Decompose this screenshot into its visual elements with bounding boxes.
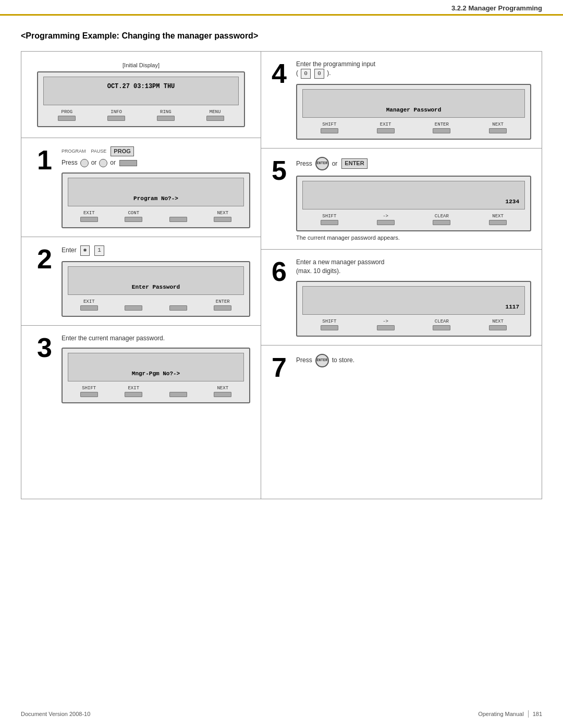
- step1-screen-text: Program No?->: [74, 195, 238, 202]
- step4-next-btn: [489, 128, 507, 133]
- step6-softkey-row: SHIFT -> CLEAR: [302, 319, 525, 330]
- step2-screen: Enter Password: [68, 266, 244, 295]
- step-7-content: Press ENTER to store.: [296, 354, 531, 373]
- step1-press: Press: [62, 158, 78, 167]
- step3-next-label: NEXT: [217, 386, 228, 391]
- step2-exit-btn: [80, 305, 98, 311]
- step1-cont-label: CONT: [128, 211, 139, 216]
- initial-softkey-row: PROG INFO RING MENU: [43, 109, 239, 121]
- step2-empty1-btn: [125, 305, 142, 311]
- step5-clear-label: CLEAR: [435, 214, 449, 219]
- footer-page: 181: [533, 711, 542, 717]
- step6-arrow-label: ->: [383, 319, 388, 324]
- step5-or-text: or: [332, 159, 338, 168]
- step2-exit-label: EXIT: [83, 299, 95, 304]
- initial-screen: OCT.27 03:13PM THU: [43, 77, 239, 105]
- step-1-desc: PROGRAM PAUSE PROG Press or or: [62, 146, 250, 167]
- step1-prog-key: PROG: [111, 146, 133, 156]
- step-3-number: 3: [37, 334, 55, 361]
- step2-softkey-enter: ENTER: [214, 299, 231, 311]
- step4-enter-label: ENTER: [435, 122, 449, 127]
- step5-softkey-shift: SHIFT: [321, 214, 338, 225]
- step2-empty2-btn: [169, 305, 187, 311]
- step-6-content: Enter a new manager password(max. 10 dig…: [296, 258, 531, 337]
- main-content: <Programming Example: Changing the manag…: [0, 16, 563, 520]
- step-2-content: Enter ✱ 1 Enter Password EXIT: [62, 245, 250, 316]
- softkey-info-btn: [107, 116, 125, 121]
- step1-exit-label: EXIT: [83, 211, 95, 216]
- step1-exit-btn: [80, 217, 98, 222]
- step4-softkey-next: NEXT: [489, 122, 507, 133]
- footer-divider: [528, 710, 529, 718]
- step3-softkey-empty: [169, 386, 187, 397]
- step-3-content: Enter the current manager password. Mngr…: [62, 334, 250, 404]
- step-2-desc: Enter ✱ 1: [62, 245, 250, 255]
- softkey-prog-label: PROG: [62, 109, 73, 115]
- step1-softkey-row: EXIT CONT: [68, 211, 244, 222]
- step-5-content: Press ENTER or ENTER 1234 SHIFT: [296, 157, 531, 241]
- step5-screen: 1234: [302, 181, 525, 209]
- step6-screen-text: 1117: [308, 304, 519, 310]
- step-2-section: 2 Enter ✱ 1 Enter Password: [21, 237, 261, 325]
- initial-display-section: [Initial Display] OCT.27 03:13PM THU PRO…: [21, 52, 261, 138]
- footer: Document Version 2008-10 Operating Manua…: [21, 710, 542, 718]
- step2-softkey-exit: EXIT: [80, 299, 98, 311]
- step1-softkey-cont: CONT: [125, 211, 142, 222]
- step5-arrow-label: ->: [383, 214, 388, 219]
- step4-exit-label: EXIT: [380, 122, 391, 127]
- step1-next-label: NEXT: [217, 211, 228, 216]
- initial-menubar: [49, 94, 233, 101]
- step-4-number: 4: [272, 60, 290, 87]
- datetime-text: OCT.27 03:13PM THU: [49, 83, 233, 90]
- step1-cont-btn: [125, 217, 142, 222]
- step2-softkey-empty1: [125, 299, 142, 311]
- step4-enter-btn: [433, 128, 450, 133]
- step4-softkey-row: SHIFT EXIT ENTER: [302, 122, 525, 133]
- step2-enter-btn: [214, 305, 231, 311]
- step2-star-key: ✱: [80, 245, 90, 255]
- step3-shift-label: SHIFT: [82, 386, 96, 391]
- step5-enter-circle: ENTER: [315, 157, 329, 170]
- step1-or2: or: [110, 158, 116, 167]
- step1-text-program-pause: PROGRAM PAUSE: [62, 148, 106, 155]
- step7-to-store: to store.: [332, 356, 354, 365]
- step-1-number: 1: [37, 146, 55, 174]
- step5-softkey-clear: CLEAR: [433, 214, 450, 225]
- step1-empty-label: [177, 211, 179, 216]
- softkey-ring: RING: [157, 109, 175, 121]
- step1-circle1: [80, 159, 89, 167]
- step4-parens-close: ).: [327, 69, 331, 77]
- step6-clear-btn: [433, 325, 450, 330]
- step3-softkey-exit: EXIT: [125, 386, 142, 397]
- step4-next-label: NEXT: [492, 122, 504, 127]
- softkey-prog-btn: [58, 116, 76, 121]
- softkey-info: INFO: [107, 109, 125, 121]
- step5-softkey-arrow: ->: [377, 214, 395, 225]
- footer-doc-version: Document Version 2008-10: [21, 711, 90, 717]
- softkey-info-label: INFO: [111, 109, 122, 115]
- softkey-menu: MENU: [206, 109, 224, 121]
- content-box: [Initial Display] OCT.27 03:13PM THU PRO…: [21, 51, 542, 499]
- step6-arrow-btn: [377, 325, 395, 330]
- step1-softkey-exit: EXIT: [80, 211, 98, 222]
- step-5-number: 5: [272, 157, 290, 184]
- step5-arrow-btn: [377, 220, 395, 225]
- header-title: 3.2.2 Manager Programming: [451, 4, 542, 12]
- step4-shift-label: SHIFT: [322, 122, 336, 127]
- step5-shift-label: SHIFT: [322, 214, 336, 219]
- step2-empty2-label: [177, 299, 179, 304]
- step3-screen-text: Mngr-Pgm No?->: [74, 371, 238, 377]
- step1-prog-bar: [119, 160, 137, 166]
- step6-screen: 1117: [302, 286, 525, 315]
- step1-softkey-next: NEXT: [214, 211, 231, 222]
- softkey-prog: PROG: [58, 109, 76, 121]
- step4-key0a: 0: [301, 69, 311, 79]
- step-5-desc: Press ENTER or ENTER: [296, 157, 531, 170]
- step5-screen-text: 1234: [308, 199, 519, 205]
- step2-enter-text: Enter: [62, 246, 77, 255]
- step1-next-btn: [214, 217, 231, 222]
- step6-next-btn: [489, 325, 507, 330]
- step-2-number: 2: [37, 245, 55, 273]
- step4-key0b: 0: [314, 69, 324, 79]
- step-4-section: 4 Enter the programming input ( 0 0 ). M…: [261, 52, 542, 149]
